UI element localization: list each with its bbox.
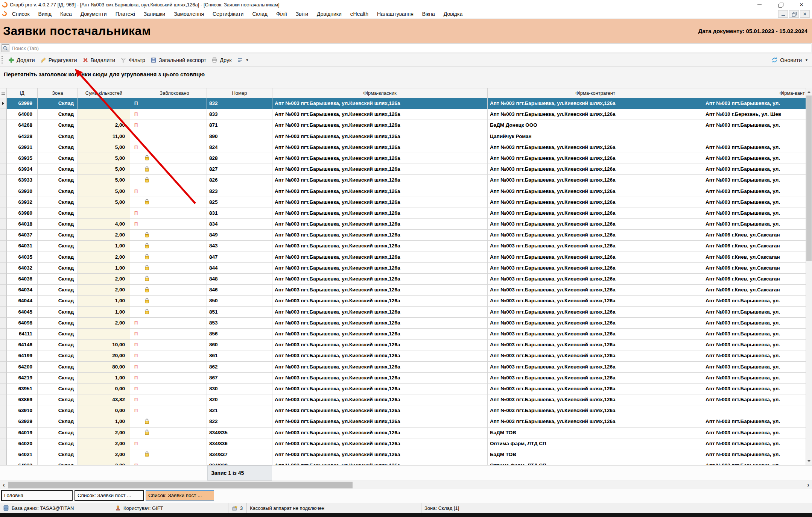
menu-item-12[interactable]: eHealth bbox=[350, 11, 368, 17]
column-header-qty[interactable]: Сума кількостей bbox=[78, 88, 130, 98]
table-row[interactable]: 64098Склад2,00П853Апт №003 пгт.Барышевка… bbox=[0, 318, 806, 329]
table-row[interactable]: 63934Склад5,00827Апт №003 пгт.Барышевка,… bbox=[0, 164, 806, 175]
table-row[interactable]: 63980СкладП831Апт №003 пгт.Барышевка, ул… bbox=[0, 208, 806, 219]
table-row[interactable]: 64199Склад20,00П861Апт №003 пгт.Барышевк… bbox=[0, 350, 806, 361]
vertical-scrollbar[interactable] bbox=[806, 88, 812, 465]
print-button[interactable]: Друк bbox=[211, 57, 231, 63]
menu-item-9[interactable]: Філії bbox=[276, 11, 287, 17]
search-button[interactable] bbox=[2, 44, 9, 52]
menu-item-11[interactable]: Довідники bbox=[317, 11, 342, 17]
row-indicator bbox=[0, 405, 7, 416]
table-row[interactable]: 64219Склад1,00П867Апт №003 пгт.Барышевка… bbox=[0, 373, 806, 384]
column-header-number[interactable]: Номер bbox=[207, 88, 272, 98]
column-header-id[interactable]: ІД bbox=[7, 88, 38, 98]
table-row[interactable]: 63935Склад5,00828Апт №003 пгт.Барышевка,… bbox=[0, 153, 806, 164]
group-by-hint: Перетягніть заголовок колонки сюди для у… bbox=[0, 67, 812, 88]
menu-item-2[interactable]: Каса bbox=[60, 11, 72, 17]
scroll-right-arrow[interactable]: › bbox=[804, 481, 812, 489]
table-row[interactable]: 63933Склад5,00826Апт №003 пгт.Барышевка,… bbox=[0, 175, 806, 186]
page-header: Заявки постачальникам Дата документу: 05… bbox=[0, 19, 812, 43]
tab-2[interactable]: Список: Заявки пост ... bbox=[75, 490, 144, 501]
menu-item-3[interactable]: Документи bbox=[81, 11, 107, 17]
table-row[interactable]: 64268Склад2,00П871Апт №003 пгт.Барышевка… bbox=[0, 120, 806, 131]
cell-owner: Апт №003 пгт.Барышевка, ул.Киевский шлях… bbox=[272, 394, 488, 405]
menu-item-10[interactable]: Звіти bbox=[296, 11, 308, 17]
view-options-button[interactable]: ▼ bbox=[237, 58, 249, 63]
edit-button[interactable]: Редагувати bbox=[40, 57, 77, 63]
column-header-consignee[interactable]: Фірма-вант bbox=[703, 88, 806, 98]
table-row[interactable]: 63931Склад5,00П824Апт №003 пгт.Барышевка… bbox=[0, 142, 806, 153]
table-row[interactable]: 63929Склад1,00822Апт №003 пгт.Барышевка,… bbox=[0, 416, 806, 427]
minimize-button[interactable] bbox=[749, 0, 770, 9]
menu-item-8[interactable]: Склад bbox=[252, 11, 268, 17]
column-header-flag[interactable] bbox=[130, 88, 142, 98]
table-row[interactable]: 63951Склад0,00П830Апт №003 пгт.Барышевка… bbox=[0, 384, 806, 394]
table-row[interactable]: 64031Склад1,00843Апт №003 пгт.Барышевка,… bbox=[0, 241, 806, 252]
table-row[interactable]: 64019Склад2,00834/835Апт №003 пгт.Барыше… bbox=[0, 428, 806, 438]
toolbar-grip[interactable] bbox=[2, 56, 3, 64]
mdi-restore-button[interactable] bbox=[789, 10, 799, 18]
scroll-down-arrow[interactable] bbox=[806, 458, 812, 464]
table-row[interactable]: 63869Склад43,82П820Апт №003 пгт.Барышевк… bbox=[0, 394, 806, 405]
menu-item-15[interactable]: Довідка bbox=[444, 11, 462, 17]
scroll-left-arrow[interactable]: ‹ bbox=[0, 481, 8, 489]
search-input[interactable] bbox=[1, 44, 811, 53]
tab-1[interactable]: Головна bbox=[1, 490, 73, 501]
scroll-up-arrow[interactable] bbox=[806, 89, 812, 95]
delete-button[interactable]: Видалити bbox=[82, 57, 116, 63]
row-indicator bbox=[0, 175, 7, 186]
menu-item-7[interactable]: Сертифікати bbox=[213, 11, 243, 17]
table-row[interactable]: 64022Склад2,00П834/838Апт №003 пгт.Барыш… bbox=[0, 460, 806, 465]
vertical-scroll-thumb[interactable] bbox=[806, 96, 812, 261]
table-row[interactable]: 64037Склад2,00849Апт №003 пгт.Барышевка,… bbox=[0, 230, 806, 241]
header-corner[interactable] bbox=[0, 88, 7, 98]
menu-item-13[interactable]: Налаштування bbox=[377, 11, 414, 17]
table-row[interactable]: 64111СкладП856Апт №003 пгт.Барышевка, ул… bbox=[0, 329, 806, 340]
column-header-contragent[interactable]: Фірма-контрагент bbox=[488, 88, 703, 98]
menu-item-0[interactable]: Список bbox=[12, 11, 30, 17]
table-row[interactable]: 64020Склад2,00П834/836Апт №003 пгт.Барыш… bbox=[0, 438, 806, 449]
horizontal-scrollbar[interactable]: ‹ › bbox=[0, 481, 812, 489]
table-row[interactable]: 64032Склад1,00844Апт №003 пгт.Барышевка,… bbox=[0, 263, 806, 274]
cell-contragent: Цапийчук Роман bbox=[488, 131, 703, 142]
table-row[interactable]: 64200Склад80,00П862Апт №003 пгт.Барышевк… bbox=[0, 362, 806, 373]
table-row[interactable]: 64036Склад2,00848Апт №003 пгт.Барышевка,… bbox=[0, 274, 806, 285]
filter-button[interactable]: Фільтр bbox=[120, 57, 145, 63]
close-button[interactable]: × bbox=[791, 0, 812, 9]
cell-id: 64022 bbox=[7, 460, 38, 465]
menu-item-1[interactable]: Вихід bbox=[38, 11, 52, 17]
table-row[interactable]: 64328Склад11,00890Апт №003 пгт.Барышевка… bbox=[0, 131, 806, 142]
column-header-blocked[interactable]: Заблоковано bbox=[142, 88, 207, 98]
table-row[interactable]: 64018Склад4,00П834Апт №003 пгт.Барышевка… bbox=[0, 219, 806, 230]
column-header-zone[interactable]: Зона bbox=[38, 88, 78, 98]
menu-item-6[interactable]: Замовлення bbox=[174, 11, 204, 17]
table-row[interactable]: 64146Склад10,00П860Апт №003 пгт.Барышевк… bbox=[0, 340, 806, 350]
table-row[interactable]: 64035Склад2,00847Апт №003 пгт.Барышевка,… bbox=[0, 252, 806, 263]
menu-item-4[interactable]: Платежі bbox=[116, 11, 135, 17]
cell-flag: П bbox=[130, 405, 142, 416]
table-row[interactable]: 64034Склад2,00846Апт №003 пгт.Барышевка,… bbox=[0, 285, 806, 296]
table-row[interactable]: 64044Склад1,00850Апт №003 пгт.Барышевка,… bbox=[0, 296, 806, 306]
table-row[interactable]: 64021Склад2,00834/837Апт №003 пгт.Барыше… bbox=[0, 449, 806, 460]
mdi-close-button[interactable]: × bbox=[800, 10, 810, 18]
cell-blocked bbox=[142, 164, 207, 175]
restore-button[interactable] bbox=[770, 0, 791, 9]
mdi-minimize-button[interactable] bbox=[778, 10, 788, 18]
menu-item-5[interactable]: Залишки bbox=[144, 11, 165, 17]
table-row[interactable]: 63910Склад0,00П821Апт №003 пгт.Барышевка… bbox=[0, 405, 806, 416]
refresh-button[interactable]: Оновити ▼ bbox=[771, 57, 808, 63]
add-button[interactable]: Додати bbox=[8, 57, 35, 63]
table-row[interactable]: 63932Склад5,00825Апт №003 пгт.Барышевка,… bbox=[0, 197, 806, 208]
table-row[interactable]: 63999СкладП832Апт №003 пгт.Барышевка, ул… bbox=[0, 98, 806, 109]
table-row[interactable]: 64045Склад1,00851Апт №003 пгт.Барышевка,… bbox=[0, 307, 806, 318]
cell-qty: 2,00 bbox=[78, 274, 130, 285]
table-row[interactable]: 64000СкладП833Апт №003 пгт.Барышевка, ул… bbox=[0, 109, 806, 120]
column-header-owner[interactable]: Фірма-власник bbox=[272, 88, 488, 98]
tab-3[interactable]: Список: Заявки пост ... bbox=[146, 490, 214, 501]
horizontal-scroll-thumb[interactable] bbox=[8, 482, 353, 488]
export-button[interactable]: Загальний експорт bbox=[151, 57, 206, 63]
cell-owner: Апт №003 пгт.Барышевка, ул.Киевский шлях… bbox=[272, 164, 488, 175]
menu-item-14[interactable]: Вікна bbox=[422, 11, 435, 17]
table-row[interactable]: 63930Склад5,00П823Апт №003 пгт.Барышевка… bbox=[0, 186, 806, 197]
cell-contragent: БаДМ Донецк ООО bbox=[488, 120, 703, 131]
